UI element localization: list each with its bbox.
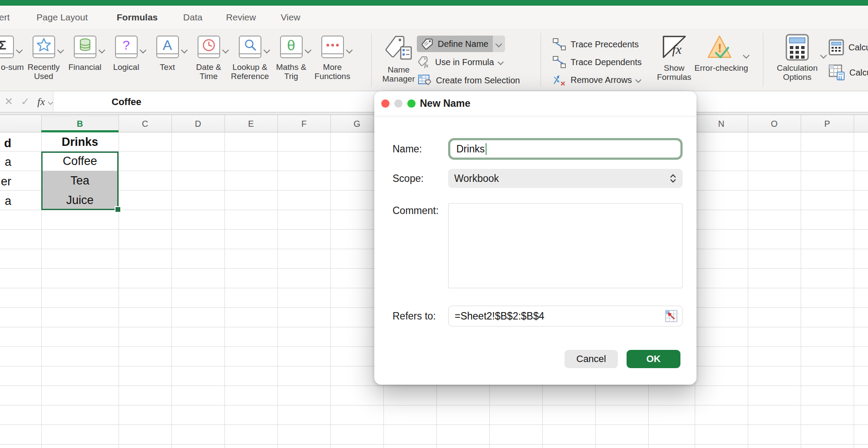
cell-a2-partial[interactable]: a xyxy=(0,153,11,171)
chevron-down-icon[interactable] xyxy=(635,77,641,83)
new-name-dialog: New Name Name: Drinks Scope: Workbook Co… xyxy=(374,91,696,385)
range-picker-icon[interactable] xyxy=(665,310,678,323)
chevron-down-icon[interactable] xyxy=(264,47,271,54)
header-tick xyxy=(41,115,42,132)
trace-dependents-button[interactable]: Trace Dependents xyxy=(552,55,642,69)
recently-used-icon xyxy=(33,36,55,58)
chevron-down-icon[interactable] xyxy=(346,47,353,54)
autosum-icon: Σ xyxy=(0,36,14,58)
chevron-down-icon[interactable] xyxy=(498,59,504,65)
column-header-d[interactable]: D xyxy=(195,115,201,132)
chevron-down-icon[interactable] xyxy=(16,47,23,54)
chevron-down-icon[interactable] xyxy=(222,47,229,54)
column-header-f[interactable]: F xyxy=(301,115,307,132)
confirm-entry-icon[interactable]: ✓ xyxy=(21,91,30,112)
zoom-traffic-light[interactable] xyxy=(407,99,416,108)
tab-view[interactable]: View xyxy=(281,6,300,29)
column-header-g[interactable]: G xyxy=(353,115,360,132)
header-tick xyxy=(801,115,801,132)
ribbon-separator xyxy=(541,33,541,87)
name-manager-button[interactable]: Name Manager xyxy=(377,36,420,83)
refers-to-value: =Sheet2!$B$2:$B$4 xyxy=(455,310,665,322)
column-header-p[interactable]: P xyxy=(824,115,830,132)
date-time-button[interactable]: Date & Time xyxy=(188,36,229,81)
title-bar xyxy=(0,0,868,6)
tab-review[interactable]: Review xyxy=(226,6,256,29)
more-functions-button[interactable]: More Functions xyxy=(312,36,353,81)
financial-button[interactable]: Financial xyxy=(64,36,106,81)
scope-value: Workbook xyxy=(454,173,670,184)
more-functions-icon xyxy=(321,36,344,58)
logical-button[interactable]: ? Logical xyxy=(106,36,147,81)
insert-function-icon[interactable]: fx xyxy=(37,91,45,112)
define-name-dropdown[interactable] xyxy=(493,36,505,52)
remove-arrows-button[interactable]: ✕ Remove Arrows xyxy=(552,73,640,87)
cell-a3-partial[interactable]: er xyxy=(0,172,11,191)
chevron-down-icon[interactable] xyxy=(99,47,106,54)
gridline xyxy=(119,132,119,448)
svg-text:fx: fx xyxy=(424,62,429,68)
tab-page-layout[interactable]: Page Layout xyxy=(36,6,88,29)
fill-handle[interactable] xyxy=(115,206,121,213)
gridline xyxy=(330,132,331,448)
cell-a1-partial[interactable]: d xyxy=(0,135,11,152)
column-header-c[interactable]: C xyxy=(142,115,148,132)
column-header-n[interactable]: N xyxy=(718,115,724,132)
dialog-title-bar[interactable]: New Name xyxy=(374,91,696,116)
column-header-b[interactable]: B xyxy=(77,115,83,132)
ok-button[interactable]: OK xyxy=(627,350,680,368)
svg-text:✕: ✕ xyxy=(560,80,566,86)
refers-to-input[interactable]: =Sheet2!$B$2:$B$4 xyxy=(448,306,683,326)
tab-formulas[interactable]: Formulas xyxy=(117,6,158,29)
tab-data[interactable]: Data xyxy=(183,6,202,29)
gridline xyxy=(0,385,868,386)
chevron-down-icon[interactable] xyxy=(743,52,750,59)
trace-precedents-button[interactable]: Trace Precedents xyxy=(552,37,639,51)
header-tick xyxy=(854,115,854,132)
chevron-down-icon[interactable] xyxy=(57,47,64,54)
trace-dependents-icon xyxy=(552,56,566,69)
calculation-options-icon xyxy=(785,34,809,61)
remove-arrows-icon: ✕ xyxy=(552,73,566,86)
create-from-selection-button[interactable]: Create from Selection xyxy=(418,73,520,88)
calculate-now-button[interactable]: Calcu xyxy=(828,39,868,56)
calculate-sheet-button[interactable]: Calcu xyxy=(828,64,868,81)
minimize-traffic-light xyxy=(394,99,403,108)
comment-textarea[interactable] xyxy=(448,203,683,288)
text-button[interactable]: A Text xyxy=(147,36,188,81)
maths-trig-button[interactable]: θ Maths & Trig xyxy=(271,36,312,81)
chevron-down-icon[interactable] xyxy=(140,47,147,54)
show-formulas-button[interactable]: fx Show Formulas xyxy=(653,35,695,82)
calculation-options-button[interactable]: Calculation Options xyxy=(774,34,821,82)
column-header-o[interactable]: O xyxy=(771,115,778,132)
recently-used-button[interactable]: Recently Used xyxy=(23,36,64,81)
lookup-reference-button[interactable]: Lookup & Reference xyxy=(229,36,271,81)
refers-to-label: Refers to: xyxy=(393,310,436,322)
gridline xyxy=(801,132,801,448)
close-traffic-light[interactable] xyxy=(381,99,389,108)
chevron-down-icon[interactable] xyxy=(305,47,312,54)
excel-window: ert Page Layout Formulas Data Review Vie… xyxy=(0,0,868,448)
maths-trig-icon: θ xyxy=(280,36,303,58)
logical-icon: ? xyxy=(115,36,138,58)
scope-select[interactable]: Workbook xyxy=(448,169,683,188)
gridline xyxy=(0,425,868,425)
cancel-entry-icon[interactable]: ✕ xyxy=(4,91,13,112)
calculate-sheet-icon xyxy=(828,64,845,81)
use-in-formula-button[interactable]: fx Use in Formula xyxy=(418,55,503,69)
define-name-button[interactable]: Define Name xyxy=(417,36,505,52)
gridline xyxy=(277,132,278,448)
error-checking-button[interactable]: ! Error-checking xyxy=(696,35,747,72)
autosum-button[interactable]: Σ o-sum xyxy=(0,36,23,81)
tab-insert-partial[interactable]: ert xyxy=(0,6,10,29)
cell-a4-partial[interactable]: a xyxy=(0,192,11,210)
chevron-down-icon[interactable] xyxy=(181,47,188,54)
name-manager-icon xyxy=(385,36,412,60)
name-input[interactable]: Drinks xyxy=(448,138,683,160)
cell-b1[interactable]: Drinks xyxy=(41,133,119,151)
cancel-button[interactable]: Cancel xyxy=(564,350,618,368)
tag-icon xyxy=(421,38,433,49)
column-header-e[interactable]: E xyxy=(248,115,254,132)
chevron-down-icon[interactable] xyxy=(48,99,53,105)
chevron-down-icon[interactable] xyxy=(820,52,827,59)
